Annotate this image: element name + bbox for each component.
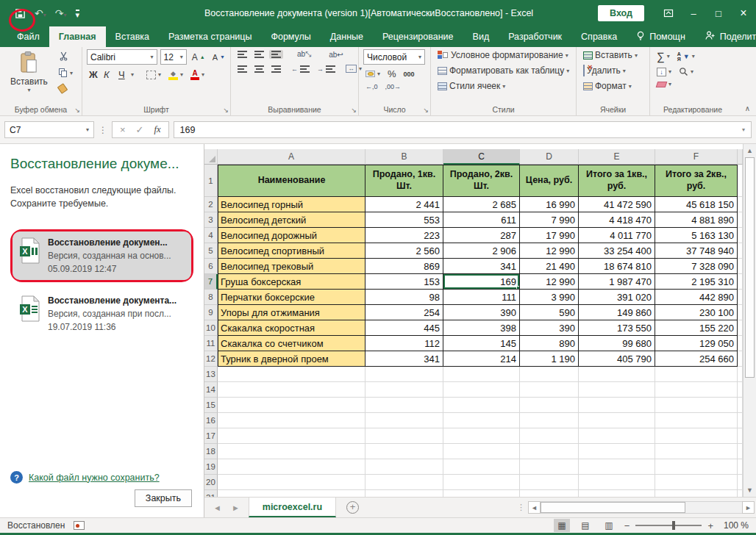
row-header-10[interactable]: 10 [204, 320, 218, 336]
cancel-entry-icon[interactable]: × [120, 124, 126, 135]
empty-cell[interactable] [579, 490, 655, 497]
tab-view[interactable]: Вид [463, 26, 499, 47]
row-header-12[interactable]: 12 [204, 351, 218, 367]
row-header-14[interactable]: 14 [204, 382, 218, 398]
tab-insert[interactable]: Вставка [106, 26, 159, 47]
row-header-20[interactable]: 20 [204, 475, 218, 490]
empty-cell[interactable] [738, 351, 743, 367]
empty-cell[interactable] [738, 475, 743, 490]
maximize-button[interactable]: □ [706, 0, 731, 26]
data-cell[interactable]: Груша боксерская [218, 274, 365, 290]
empty-cell[interactable] [520, 367, 579, 382]
empty-cell[interactable] [520, 490, 579, 497]
empty-cell[interactable] [365, 459, 443, 475]
empty-cell[interactable] [218, 490, 365, 497]
data-cell[interactable]: 153 [365, 274, 443, 290]
header-cell[interactable]: Цена, руб. [520, 165, 579, 197]
data-cell[interactable]: 2 195 310 [655, 274, 738, 290]
empty-cell[interactable] [218, 367, 365, 382]
empty-cell[interactable] [443, 413, 520, 428]
data-cell[interactable]: Скакалка скоростная [218, 320, 365, 336]
clear-icon[interactable]: ▾ [655, 80, 674, 88]
italic-button[interactable]: К [101, 68, 113, 81]
sheet-tab-microexcel[interactable]: microexcel.ru [249, 498, 336, 517]
empty-cell[interactable] [365, 382, 443, 398]
recovered-file-item[interactable]: XВосстановление докумен...Версия, создан… [13, 231, 191, 280]
empty-cell[interactable] [738, 274, 743, 290]
empty-cell[interactable] [655, 490, 738, 497]
formula-input[interactable]: 169▾ [174, 121, 752, 138]
confirm-entry-icon[interactable]: ✓ [136, 124, 144, 135]
decrease-indent-icon[interactable]: ← [289, 65, 312, 73]
data-cell[interactable]: 4 011 770 [579, 228, 655, 243]
data-cell[interactable]: Упоры для отжимания [218, 305, 365, 320]
align-center-icon[interactable] [252, 65, 266, 73]
data-cell[interactable]: 254 [365, 305, 443, 320]
data-cell[interactable]: 3 990 [520, 290, 579, 305]
data-cell[interactable]: Велосипед детский [218, 212, 365, 228]
format-as-table-button[interactable]: Форматировать как таблицу▾ [435, 65, 573, 76]
data-cell[interactable]: 21 490 [520, 259, 579, 274]
empty-cell[interactable] [218, 413, 365, 428]
column-header-F[interactable]: F [655, 149, 738, 165]
data-cell[interactable]: 442 890 [655, 290, 738, 305]
data-cell[interactable]: 1 987 470 [579, 274, 655, 290]
underline-dropdown-icon[interactable]: ▾ [131, 71, 134, 78]
selected-cell[interactable]: 169 [443, 274, 520, 290]
autosum-icon[interactable]: ∑▾ [655, 49, 672, 63]
tab-help[interactable]: Справка [571, 26, 627, 47]
header-cell[interactable]: Продано, 1кв. Шт. [365, 165, 443, 197]
data-cell[interactable]: 390 [443, 305, 520, 320]
data-cell[interactable]: 18 674 810 [579, 259, 655, 274]
font-size-combo[interactable]: 12▾ [160, 49, 187, 65]
empty-cell[interactable] [738, 165, 743, 197]
row-header-21[interactable]: 21 [204, 490, 218, 497]
data-cell[interactable]: 4 418 470 [579, 212, 655, 228]
data-cell[interactable]: 2 906 [443, 243, 520, 259]
insert-cells-button[interactable]: Вставить▾ [581, 49, 646, 61]
next-sheet-icon[interactable]: ► [232, 503, 240, 512]
scroll-up-icon[interactable]: ▲ [743, 144, 756, 157]
copy-icon[interactable]: ▾ [57, 68, 75, 79]
empty-cell[interactable] [579, 367, 655, 382]
data-cell[interactable]: 173 550 [579, 320, 655, 336]
data-cell[interactable]: Велосипед спортивный [218, 243, 365, 259]
empty-cell[interactable] [579, 382, 655, 398]
empty-cell[interactable] [738, 444, 743, 459]
align-bottom-icon[interactable] [269, 50, 283, 59]
zoom-out-icon[interactable]: − [624, 520, 630, 531]
data-cell[interactable]: 99 680 [579, 336, 655, 351]
tab-assistant[interactable]: Помощн [627, 26, 695, 47]
close-pane-button[interactable]: Закрыть [135, 489, 192, 507]
empty-cell[interactable] [738, 459, 743, 475]
empty-cell[interactable] [738, 228, 743, 243]
scrollbar-splitter[interactable]: ⋮ [514, 498, 528, 517]
data-cell[interactable]: 98 [365, 290, 443, 305]
empty-cell[interactable] [738, 398, 743, 413]
header-cell[interactable]: Наименование [218, 165, 365, 197]
empty-cell[interactable] [738, 197, 743, 212]
ribbon-display-options-icon[interactable] [656, 0, 681, 26]
row-header-19[interactable]: 19 [204, 459, 218, 475]
redo-icon[interactable]: ↷▾ [55, 7, 67, 19]
empty-cell[interactable] [655, 444, 738, 459]
data-cell[interactable]: 390 [520, 320, 579, 336]
data-cell[interactable]: 254 660 [655, 351, 738, 367]
grow-font-icon[interactable]: A▲ [190, 51, 207, 63]
tab-developer[interactable]: Разработчик [499, 26, 571, 47]
row-header-11[interactable]: 11 [204, 336, 218, 351]
comma-style-icon[interactable]: 000 [402, 70, 417, 79]
empty-cell[interactable] [579, 459, 655, 475]
cut-icon[interactable] [57, 51, 75, 62]
empty-cell[interactable] [365, 367, 443, 382]
increase-decimal-icon[interactable]: ←,0 [363, 82, 380, 91]
number-dialog-launcher-icon[interactable]: ↘ [423, 107, 429, 114]
data-cell[interactable]: 553 [365, 212, 443, 228]
empty-cell[interactable] [655, 413, 738, 428]
empty-cell[interactable] [579, 428, 655, 444]
fill-icon[interactable]: ↓▾ [655, 67, 674, 77]
percent-style-icon[interactable]: % [385, 68, 399, 80]
shrink-font-icon[interactable]: A▼ [210, 52, 227, 62]
data-cell[interactable]: 4 881 890 [655, 212, 738, 228]
paste-dropdown-icon[interactable]: ▾ [27, 87, 30, 93]
